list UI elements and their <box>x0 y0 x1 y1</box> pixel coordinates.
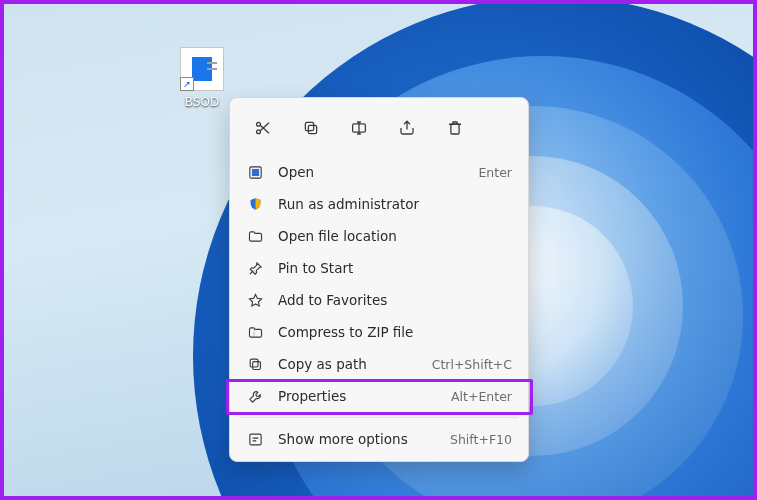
menu-label: Compress to ZIP file <box>278 324 512 340</box>
open-icon <box>246 163 264 181</box>
cut-button[interactable] <box>244 110 282 146</box>
menu-item-show-more-options[interactable]: Show more options Shift+F10 <box>230 423 528 455</box>
svg-rect-7 <box>251 168 258 175</box>
context-menu: Open Enter Run as administrator Open fil… <box>229 97 529 462</box>
menu-label: Open file location <box>278 228 512 244</box>
menu-item-open[interactable]: Open Enter <box>230 156 528 188</box>
rename-button[interactable] <box>340 110 378 146</box>
menu-separator <box>240 417 518 418</box>
shield-icon <box>246 195 264 213</box>
quick-actions-row <box>230 104 528 156</box>
svg-rect-9 <box>250 359 258 367</box>
shortcut-arrow-overlay: ↗ <box>180 77 194 91</box>
copy-button[interactable] <box>292 110 330 146</box>
menu-item-copy-as-path[interactable]: Copy as path Ctrl+Shift+C <box>230 348 528 380</box>
trash-icon <box>446 119 464 137</box>
rename-icon <box>350 119 368 137</box>
menu-item-compress-to-zip[interactable]: Compress to ZIP file <box>230 316 528 348</box>
menu-shortcut: Enter <box>478 165 512 180</box>
menu-label: Add to Favorites <box>278 292 512 308</box>
svg-rect-10 <box>249 434 260 445</box>
menu-label: Copy as path <box>278 356 418 372</box>
menu-item-run-as-administrator[interactable]: Run as administrator <box>230 188 528 220</box>
menu-label: Show more options <box>278 431 436 447</box>
menu-shortcut: Alt+Enter <box>451 389 512 404</box>
svg-rect-3 <box>305 122 313 130</box>
wrench-icon <box>246 387 264 405</box>
svg-rect-2 <box>308 125 316 133</box>
menu-item-properties[interactable]: Properties Alt+Enter <box>230 380 528 412</box>
menu-shortcut: Shift+F10 <box>450 432 512 447</box>
menu-item-open-file-location[interactable]: Open file location <box>230 220 528 252</box>
delete-button[interactable] <box>436 110 474 146</box>
star-icon <box>246 291 264 309</box>
svg-point-1 <box>257 130 261 134</box>
menu-label: Open <box>278 164 464 180</box>
folder-icon <box>246 227 264 245</box>
copy-icon <box>302 119 320 137</box>
desktop-shortcut-bsod[interactable]: ↗ BSOD <box>167 47 237 109</box>
zip-icon <box>246 323 264 341</box>
share-button[interactable] <box>388 110 426 146</box>
copy-path-icon <box>246 355 264 373</box>
svg-rect-5 <box>451 124 459 134</box>
svg-rect-8 <box>252 361 260 369</box>
menu-item-add-to-favorites[interactable]: Add to Favorites <box>230 284 528 316</box>
menu-label: Run as administrator <box>278 196 512 212</box>
menu-label: Pin to Start <box>278 260 512 276</box>
menu-label: Properties <box>278 388 437 404</box>
shortcut-label: BSOD <box>185 95 219 109</box>
menu-item-pin-to-start[interactable]: Pin to Start <box>230 252 528 284</box>
share-icon <box>398 119 416 137</box>
more-options-icon <box>246 430 264 448</box>
scissors-icon <box>254 119 272 137</box>
menu-shortcut: Ctrl+Shift+C <box>432 357 512 372</box>
shortcut-file-icon: ↗ <box>180 47 224 91</box>
svg-point-0 <box>257 122 261 126</box>
pin-icon <box>246 259 264 277</box>
